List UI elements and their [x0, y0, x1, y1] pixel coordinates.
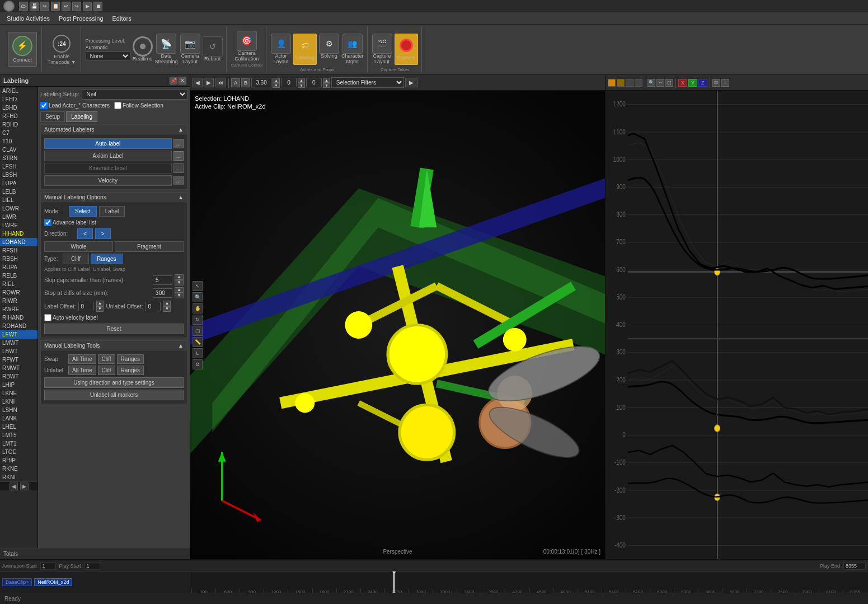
- connect-button[interactable]: ⚡ Connect: [8, 32, 37, 67]
- marker-item-rfwt[interactable]: RFWT: [0, 355, 37, 364]
- unlabel-offset-up[interactable]: ▲: [163, 301, 171, 306]
- mode-select-button[interactable]: Select: [69, 206, 97, 217]
- graph-color-2[interactable]: [617, 79, 625, 87]
- vp-value2-spinners[interactable]: ▲ ▼: [298, 78, 305, 88]
- menu-editors[interactable]: Editors: [108, 14, 136, 23]
- panel-pin-icon[interactable]: 📌: [170, 77, 177, 85]
- label-offset-up[interactable]: ▲: [96, 301, 104, 306]
- marker-item-rowr[interactable]: ROWR: [0, 288, 37, 297]
- graph-color-1[interactable]: [608, 79, 616, 87]
- playhead[interactable]: [393, 572, 395, 593]
- marker-item-c7[interactable]: C7: [0, 129, 37, 137]
- marker-item-clav[interactable]: CLAV: [0, 146, 37, 154]
- graph-color-4[interactable]: [635, 79, 642, 87]
- vp-btn-1[interactable]: ◀: [193, 78, 203, 87]
- automated-labelers-header[interactable]: Automated Labelers ▲: [41, 125, 187, 135]
- graph-icon-fit[interactable]: ⊡: [712, 79, 720, 87]
- skip-gaps-input[interactable]: [153, 275, 172, 285]
- marker-item-lmt5[interactable]: LMT5: [0, 431, 37, 439]
- base-clip-label[interactable]: BaseClip>: [2, 578, 32, 586]
- timeline-track-area[interactable]: BaseClip> NeilROM_x2d 300600900120015001…: [0, 572, 868, 593]
- marker-item-lowr[interactable]: LOWR: [0, 204, 37, 213]
- marker-item-strn[interactable]: STRN: [0, 154, 37, 162]
- graph-area[interactable]: 1200 1100 1000 900 800 700 600 500 400 3…: [606, 91, 868, 559]
- advance-label-checkbox[interactable]: [44, 219, 51, 226]
- marker-item-riel[interactable]: RIEL: [0, 280, 37, 288]
- nav-icon-label[interactable]: L: [193, 348, 203, 358]
- whole-button[interactable]: Whole: [44, 241, 113, 252]
- actor-layout-button[interactable]: 👤 ActorLayout: [271, 34, 291, 65]
- marker-item-ltoe[interactable]: LTOE: [0, 448, 37, 456]
- vp-value-input[interactable]: [251, 78, 271, 87]
- marker-item-lupa[interactable]: LUPA: [0, 179, 37, 188]
- marker-item-lbwt[interactable]: LBWT: [0, 347, 37, 355]
- graph-color-3[interactable]: [626, 79, 634, 87]
- title-bar-icons[interactable]: 🗁 💾 ✂ 📋 ↩ ↪ ▶ ⏹: [19, 2, 102, 11]
- graph-icon-range[interactable]: ↕: [721, 79, 729, 87]
- reboot-button[interactable]: ↺ Reboot: [203, 36, 223, 62]
- icon-save[interactable]: 💾: [30, 2, 39, 11]
- swap-all-time-button[interactable]: All Time: [68, 354, 96, 364]
- icon-play[interactable]: ▶: [83, 2, 92, 11]
- vp-val-down[interactable]: ▼: [273, 83, 280, 88]
- nav-icon-pan[interactable]: ✋: [193, 303, 203, 313]
- char-mgmt-button[interactable]: 👥 CharacterMgmt: [341, 34, 364, 65]
- unlabel-all-markers-button[interactable]: Unlabel all markers: [44, 390, 184, 400]
- marker-item-lhel[interactable]: LHEL: [0, 423, 37, 431]
- axiom-label-dots[interactable]: ...: [173, 151, 184, 161]
- load-actor-checkbox[interactable]: [40, 102, 48, 109]
- capture-layout-button[interactable]: 🎬 CaptureLayout: [372, 34, 392, 65]
- marker-item-rbsh[interactable]: RBSH: [0, 255, 37, 263]
- marker-item-lkni[interactable]: LKNI: [0, 397, 37, 406]
- marker-item-rfhd[interactable]: RFHD: [0, 112, 37, 120]
- vp-value-spinners[interactable]: ▲ ▼: [273, 78, 280, 88]
- label-offset-input[interactable]: [78, 302, 94, 311]
- marker-item-rkni[interactable]: RKNI: [0, 473, 37, 481]
- marker-item-lkne[interactable]: LKNE: [0, 389, 37, 397]
- play-end-input[interactable]: [843, 562, 866, 570]
- play-start-input[interactable]: [85, 562, 100, 570]
- load-actor-label[interactable]: Load Actor_* Characters: [40, 102, 110, 109]
- vp-value3-spinners[interactable]: ▲ ▼: [323, 78, 330, 88]
- marker-item-ariel[interactable]: ARIEL: [0, 87, 37, 95]
- dir-right-button[interactable]: >: [95, 228, 111, 239]
- labeling-button[interactable]: 🏷 Labeling: [293, 34, 317, 65]
- mode-label-button[interactable]: Label: [99, 206, 125, 217]
- anim-start-input[interactable]: [40, 562, 56, 570]
- marker-item-lshn[interactable]: LSHN: [0, 406, 37, 414]
- capture-button[interactable]: Capture: [395, 34, 418, 65]
- unlabel-ranges-button[interactable]: Ranges: [117, 366, 144, 375]
- kinematic-label-dots[interactable]: ...: [173, 163, 184, 173]
- graph-x-btn[interactable]: X: [678, 79, 687, 87]
- circle-fit-select[interactable]: None: [86, 51, 130, 61]
- graph-icon-zoom[interactable]: 🔍: [648, 79, 655, 87]
- solving-button[interactable]: ⚙ Solving: [319, 34, 339, 65]
- marker-item-rkne[interactable]: RKNE: [0, 465, 37, 473]
- label-offset-down[interactable]: ▼: [96, 306, 104, 312]
- icon-stop[interactable]: ⏹: [93, 2, 102, 11]
- icon-cut[interactable]: ✂: [40, 2, 49, 11]
- nav-icon-select[interactable]: ▢: [193, 326, 203, 336]
- marker-item-hihand[interactable]: HIHAND: [0, 230, 37, 238]
- vp-icon-a[interactable]: A: [231, 78, 240, 87]
- unlabel-offset-spinners[interactable]: ▲ ▼: [163, 301, 171, 312]
- advance-label-checkbox-label[interactable]: Advance label list: [44, 219, 184, 226]
- graph-z-btn[interactable]: Z: [698, 79, 707, 87]
- marker-item-lmt1[interactable]: LMT1: [0, 439, 37, 448]
- marker-item-lelb[interactable]: LELB: [0, 188, 37, 196]
- marker-item-lohand[interactable]: LOHAND: [0, 238, 37, 246]
- marker-item-rwre[interactable]: RWRE: [0, 305, 37, 313]
- vp-btn-2[interactable]: ▶: [204, 78, 214, 87]
- follow-selection-label[interactable]: Follow Selection: [114, 102, 163, 109]
- fragment-button[interactable]: Fragment: [115, 241, 184, 252]
- marker-list[interactable]: ARIELLFHDLBHDRFHDRBHDC7T10CLAVSTRNLFSHLB…: [0, 87, 38, 548]
- vp-val2-down[interactable]: ▼: [298, 83, 305, 88]
- panel-close-icon[interactable]: ✕: [179, 77, 186, 85]
- marker-item-liel[interactable]: LIEL: [0, 196, 37, 204]
- camera-calibration-button[interactable]: 🎯 CameraCalibration: [234, 31, 259, 62]
- follow-selection-checkbox[interactable]: [114, 102, 121, 109]
- marker-item-lhip[interactable]: LHIP: [0, 381, 37, 389]
- marker-item-lwre[interactable]: LWRE: [0, 221, 37, 230]
- clip-name-label[interactable]: NeilROM_x2d: [34, 578, 72, 586]
- stop-cliffs-spinners[interactable]: ▲ ▼: [175, 287, 184, 298]
